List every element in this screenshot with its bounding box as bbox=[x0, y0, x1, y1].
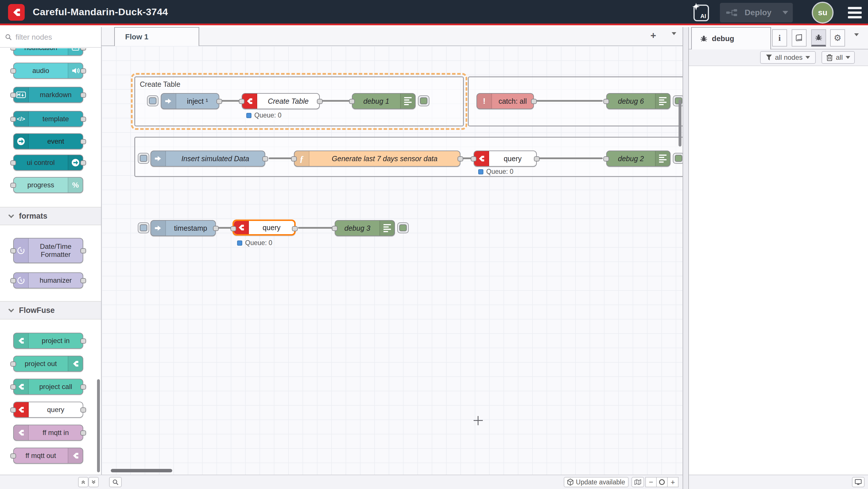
palette-node-datetime-formatter[interactable]: Date/Time Formatter bbox=[13, 238, 83, 263]
palette-category-flowfuse[interactable]: FlowFuse bbox=[0, 301, 101, 319]
palette-node-template[interactable]: </> template bbox=[13, 111, 83, 127]
input-port[interactable] bbox=[291, 156, 297, 162]
output-port[interactable] bbox=[81, 407, 86, 412]
output-port[interactable] bbox=[292, 226, 298, 231]
input-port[interactable] bbox=[603, 99, 609, 104]
ai-assistant-button[interactable]: AI bbox=[693, 5, 709, 21]
tab-debug[interactable]: debug bbox=[691, 27, 771, 50]
palette-expand-all-button[interactable] bbox=[88, 477, 99, 487]
navigator-button[interactable] bbox=[631, 477, 644, 487]
palette-node-project-out[interactable]: project out bbox=[13, 356, 83, 372]
debug-filter-button[interactable]: all nodes bbox=[760, 51, 816, 64]
wire[interactable] bbox=[222, 100, 241, 102]
palette-node-markdown[interactable]: markdown bbox=[13, 87, 83, 103]
palette-node-event[interactable]: event bbox=[13, 133, 83, 149]
input-port[interactable] bbox=[10, 362, 16, 367]
input-port[interactable] bbox=[471, 156, 476, 162]
sidebar-splitter[interactable] bbox=[683, 27, 689, 489]
user-avatar[interactable]: su bbox=[812, 2, 834, 24]
palette-node-ff-mqtt-in[interactable]: ff mqtt in bbox=[13, 425, 83, 441]
node-timestamp[interactable]: timestamp bbox=[150, 220, 216, 236]
inject-button[interactable] bbox=[138, 222, 149, 233]
output-port[interactable] bbox=[81, 139, 86, 144]
palette-node-project-in[interactable]: project in bbox=[13, 333, 83, 349]
input-port[interactable] bbox=[349, 99, 355, 104]
flowfuse-logo-icon[interactable] bbox=[8, 4, 25, 21]
palette-node-ff-mqtt-out[interactable]: ff mqtt out bbox=[13, 448, 83, 464]
deploy-options-caret[interactable] bbox=[778, 11, 793, 15]
flow-canvas[interactable]: Create Table inject ¹ Create T bbox=[102, 46, 683, 474]
node-debug-3[interactable]: debug 3 bbox=[335, 220, 395, 236]
palette-node-audio[interactable]: audio bbox=[13, 63, 83, 79]
input-port[interactable] bbox=[332, 226, 338, 231]
output-port[interactable] bbox=[81, 248, 86, 253]
output-port[interactable] bbox=[81, 92, 86, 98]
debug-message-list[interactable] bbox=[689, 66, 868, 474]
input-port[interactable] bbox=[10, 453, 16, 459]
deploy-button[interactable]: Deploy bbox=[720, 3, 793, 22]
canvas-vertical-scrollbar[interactable] bbox=[679, 99, 681, 146]
wire[interactable] bbox=[322, 100, 351, 102]
node-generate-sensor-data[interactable]: ƒ Generate last 7 days sensor data bbox=[294, 150, 460, 167]
wire[interactable] bbox=[298, 227, 332, 229]
output-port[interactable] bbox=[81, 160, 86, 166]
wire[interactable] bbox=[536, 100, 603, 102]
debug-tab-button[interactable] bbox=[811, 29, 826, 47]
node-create-table[interactable]: Create Table bbox=[242, 93, 320, 109]
output-port[interactable] bbox=[81, 384, 86, 390]
palette-collapse-all-button[interactable] bbox=[78, 477, 88, 487]
debug-toggle-button[interactable] bbox=[673, 153, 683, 164]
canvas-horizontal-scrollbar[interactable] bbox=[111, 469, 172, 472]
zoom-in-button[interactable]: + bbox=[667, 477, 679, 487]
inject-button[interactable] bbox=[147, 95, 158, 106]
output-port[interactable] bbox=[81, 48, 86, 51]
tab-flow-1[interactable]: Flow 1 bbox=[114, 27, 199, 46]
config-tab-button[interactable]: ⚙ bbox=[830, 29, 845, 47]
input-port[interactable] bbox=[603, 156, 609, 162]
zoom-reset-button[interactable] bbox=[656, 477, 668, 487]
input-port[interactable] bbox=[10, 92, 16, 98]
palette-search[interactable] bbox=[0, 27, 101, 48]
palette-node-progress[interactable]: progress % bbox=[13, 177, 83, 193]
wire[interactable] bbox=[269, 157, 293, 159]
palette-node-query[interactable]: query bbox=[13, 402, 83, 418]
palette-node-ui-control[interactable]: ui control bbox=[13, 154, 83, 171]
debug-toggle-button[interactable] bbox=[418, 95, 429, 106]
debug-toggle-button[interactable] bbox=[397, 222, 409, 233]
input-port[interactable] bbox=[10, 183, 16, 188]
flow-list-caret[interactable] bbox=[672, 35, 676, 46]
canvas-search-button[interactable] bbox=[109, 477, 122, 487]
node-catch-all[interactable]: ! catch: all bbox=[476, 93, 534, 109]
output-port[interactable] bbox=[213, 226, 219, 231]
node-debug-1[interactable]: debug 1 bbox=[352, 93, 415, 109]
palette-node-project-call[interactable]: project call bbox=[13, 379, 83, 395]
main-menu-button[interactable] bbox=[848, 7, 862, 19]
info-tab-button[interactable]: i bbox=[772, 29, 787, 47]
input-port[interactable] bbox=[10, 278, 16, 283]
input-port[interactable] bbox=[10, 384, 16, 390]
output-port[interactable] bbox=[216, 99, 222, 104]
add-flow-button[interactable]: + bbox=[650, 30, 656, 41]
node-debug-2[interactable]: debug 2 bbox=[606, 150, 671, 167]
node-query-2[interactable]: query bbox=[474, 150, 537, 167]
node-query-selected[interactable]: query bbox=[232, 220, 296, 236]
palette-category-formats[interactable]: formats bbox=[0, 207, 101, 225]
input-port[interactable] bbox=[239, 99, 245, 104]
output-port[interactable] bbox=[81, 68, 86, 74]
zoom-out-button[interactable]: − bbox=[645, 477, 657, 487]
node-debug-6[interactable]: debug 6 bbox=[606, 93, 671, 109]
input-port[interactable] bbox=[10, 48, 16, 51]
palette-scrollbar[interactable] bbox=[97, 379, 100, 472]
output-port[interactable] bbox=[531, 99, 537, 104]
palette-search-input[interactable] bbox=[16, 33, 90, 42]
input-port[interactable] bbox=[10, 248, 16, 253]
input-port[interactable] bbox=[10, 117, 16, 122]
help-tab-button[interactable] bbox=[792, 29, 807, 47]
output-port[interactable] bbox=[81, 278, 86, 283]
node-inject-1[interactable]: inject ¹ bbox=[161, 93, 219, 109]
wire[interactable] bbox=[218, 227, 231, 229]
node-insert-simulated-data[interactable]: Insert simulated Data bbox=[150, 150, 265, 167]
palette-node-humanizer[interactable]: humanizer bbox=[13, 272, 83, 288]
output-port[interactable] bbox=[534, 156, 539, 162]
output-port[interactable] bbox=[81, 117, 86, 122]
